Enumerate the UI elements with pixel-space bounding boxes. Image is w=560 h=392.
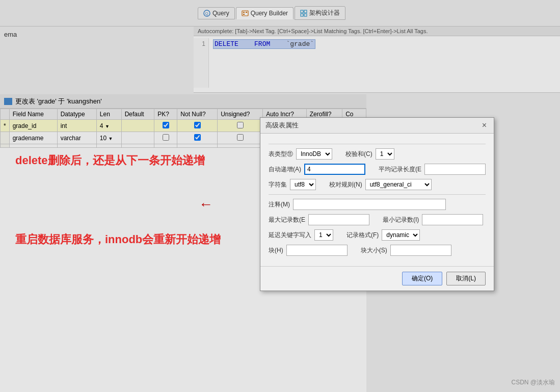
engine-select[interactable]: InnoDB [296, 148, 332, 160]
block-size-s-label: 块大小(S) [361, 246, 387, 255]
row-format-label: 记录格式(F) [346, 231, 379, 240]
avg-row-len-input[interactable] [424, 164, 486, 175]
min-rows-input[interactable] [422, 214, 483, 225]
modal-title-bar: 高级表属性 × [260, 118, 494, 134]
modal-dialog: 高级表属性 × 表类型⑪ InnoDB 校验和(C) 1 自动递增(A) 平均记… [260, 117, 494, 291]
form-row-engine: 表类型⑪ InnoDB 校验和(C) 1 [269, 148, 486, 160]
charset-select[interactable]: utf8 [290, 179, 316, 190]
divider-top [269, 144, 486, 144]
auto-incr-input[interactable] [304, 164, 365, 175]
checksum-select[interactable]: 1 [376, 148, 394, 160]
form-row-comment: 注释(M) [269, 199, 486, 210]
collation-select[interactable]: utf8_general_ci [365, 179, 432, 190]
comment-input[interactable] [293, 199, 446, 210]
block-label: 块(H) [269, 246, 283, 255]
charset-label: 字符集 [269, 180, 287, 189]
modal-close-btn[interactable]: × [480, 121, 489, 130]
collation-label: 校对规则(N) [329, 180, 362, 189]
modal-title: 高级表属性 [265, 121, 299, 130]
min-rows-label: 最小记录数(I) [383, 216, 419, 224]
checksum-label: 校验和(C) [345, 150, 372, 159]
form-row-autoincr: 自动递增(A) 平均记录长度(E [269, 164, 486, 175]
delay-key-label: 延迟关键字写入 [269, 231, 311, 240]
modal-footer: 确定(O) 取消(L) [260, 266, 494, 291]
form-row-delay: 延迟关键字写入 1 记录格式(F) dynamic [269, 229, 486, 241]
row-format-select[interactable]: dynamic [382, 229, 420, 241]
block-size-s-input[interactable] [390, 245, 451, 256]
divider-mid [269, 194, 486, 195]
block-input[interactable] [286, 245, 348, 256]
modal-body: 表类型⑪ InnoDB 校验和(C) 1 自动递增(A) 平均记录长度(E 字符… [260, 134, 494, 266]
form-row-charset: 字符集 utf8 校对规则(N) utf8_general_ci [269, 179, 486, 190]
engine-label: 表类型⑪ [269, 150, 293, 159]
ok-button[interactable]: 确定(O) [402, 272, 442, 285]
form-row-maxrows: 最大记录数(E 最小记录数(I) [269, 214, 486, 225]
auto-incr-label: 自动递增(A) [269, 165, 301, 174]
cancel-button[interactable]: 取消(L) [446, 272, 486, 285]
max-rows-input[interactable] [308, 214, 369, 225]
avg-row-len-label: 平均记录长度(E [379, 165, 421, 174]
delay-key-select[interactable]: 1 [314, 229, 333, 241]
max-rows-label: 最大记录数(E [269, 216, 305, 224]
form-row-block: 块(H) 块大小(S) [269, 245, 486, 256]
comment-label: 注释(M) [269, 200, 290, 209]
